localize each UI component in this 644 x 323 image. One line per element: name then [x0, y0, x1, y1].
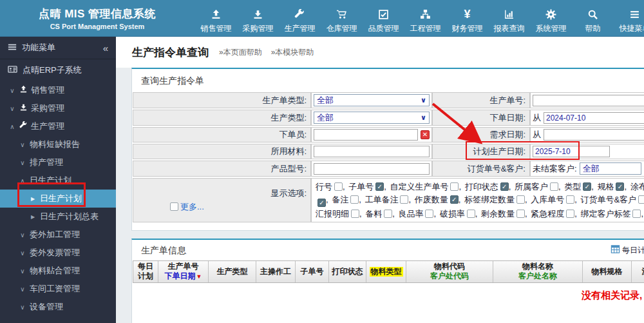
option-checkbox[interactable]: [516, 195, 525, 204]
option-checkbox[interactable]: ✓: [317, 199, 326, 207]
sidebar-item[interactable]: ∨采购管理: [0, 99, 116, 117]
sidebar-item[interactable]: ∨车间工资管理: [0, 280, 116, 298]
prod-type-select[interactable]: 全部 ∨: [314, 112, 430, 124]
order-no-input[interactable]: [533, 95, 644, 106]
query-form: 生产单类型: 全部 ∨ 生产单号: 生产类型: 全部 ∨: [133, 92, 644, 222]
plan-date-input[interactable]: [533, 146, 610, 157]
separator: ,: [392, 209, 397, 219]
sidebar-item[interactable]: ∨物料短缺报告: [0, 135, 116, 153]
topnav-item[interactable]: 工程管理: [405, 2, 446, 34]
sidebar-item[interactable]: ∧日生产计划: [0, 171, 116, 190]
display-option[interactable]: 紧急程度: [531, 208, 574, 220]
topbar: 点晴 MIS 管理信息系统 CS Port Managment System 销…: [0, 0, 644, 37]
option-checkbox[interactable]: [467, 210, 475, 218]
display-option[interactable]: 所属客户: [515, 181, 558, 193]
display-option[interactable]: 汇报明细: [316, 208, 359, 220]
sidebar-item[interactable]: ▶日生产计划总表: [0, 208, 116, 226]
option-checkbox[interactable]: ✓: [616, 182, 624, 191]
display-option[interactable]: 打印状态✓: [465, 181, 509, 193]
order-date-input[interactable]: [544, 112, 644, 124]
triangle-right-icon: ▶: [28, 196, 37, 202]
sidebar-item[interactable]: ∨物料贴合管理: [0, 262, 116, 280]
topnav-item[interactable]: 品质管理: [363, 2, 404, 34]
display-option[interactable]: 工单备注: [365, 193, 408, 206]
display-option[interactable]: 行号: [316, 181, 343, 193]
option-checkbox[interactable]: ✓: [500, 182, 509, 191]
column-header[interactable]: 生产单号下单日期▼: [158, 261, 209, 282]
page-help-link[interactable]: »本页面帮助: [219, 47, 262, 58]
topnav-item[interactable]: 帮助: [573, 2, 613, 34]
option-checkbox[interactable]: [566, 210, 574, 218]
display-option[interactable]: 绑定客户标签: [580, 208, 641, 220]
app-logo: 点晴 MIS 管理信息系统 CS Port Managment System: [0, 6, 193, 30]
option-checkbox[interactable]: ✓: [375, 182, 384, 191]
option-checkbox[interactable]: [350, 195, 359, 204]
option-checkbox[interactable]: [638, 195, 644, 204]
material-input[interactable]: [314, 146, 430, 157]
option-checkbox[interactable]: [550, 182, 558, 191]
option-checkbox[interactable]: [450, 182, 459, 191]
display-option[interactable]: 良品率: [398, 208, 433, 220]
topnav-item[interactable]: 快捷菜单: [614, 2, 644, 34]
display-option[interactable]: 备料: [365, 208, 392, 220]
separator: ,: [384, 182, 388, 191]
option-checkbox[interactable]: ✓: [450, 195, 459, 204]
option-checkbox[interactable]: [566, 195, 574, 204]
display-option[interactable]: 标签绑定数量: [464, 193, 525, 206]
topnav-item[interactable]: 销售管理: [196, 2, 236, 34]
topnav-item[interactable]: ¥财务管理: [447, 2, 488, 34]
topnav-item[interactable]: 生产管理: [279, 2, 320, 34]
display-option[interactable]: 订货单号&客户: [580, 193, 644, 206]
topnav-item[interactable]: 仓库管理: [321, 2, 362, 34]
sidebar-item[interactable]: ▶日生产计划: [0, 190, 116, 208]
sidebar-collapse-icon[interactable]: «: [103, 43, 108, 54]
more-checkbox[interactable]: [170, 202, 178, 211]
topnav-item[interactable]: 采购管理: [238, 2, 278, 34]
option-checkbox[interactable]: [400, 195, 408, 204]
display-option[interactable]: 破损率: [440, 208, 475, 220]
display-option[interactable]: 剩余数量: [481, 208, 525, 220]
option-checkbox[interactable]: [516, 210, 525, 218]
display-option[interactable]: 自定义生产单号: [390, 181, 459, 193]
sidebar-root-item[interactable]: 点晴ERP子系统: [0, 59, 116, 81]
option-label: 涂布规格: [630, 181, 644, 193]
display-option[interactable]: 类型✓: [564, 181, 591, 193]
order-type-select[interactable]: 全部 ∨: [314, 94, 430, 106]
sidebar-item[interactable]: ∨委外发票管理: [0, 244, 116, 262]
more-options-link[interactable]: 更多...: [180, 201, 204, 213]
option-checkbox[interactable]: ✓: [583, 182, 591, 191]
model-input[interactable]: [314, 163, 430, 175]
sidebar-item-label: 日生产计划: [30, 175, 71, 186]
sidebar-item[interactable]: ∧生产管理: [0, 117, 116, 135]
option-checkbox[interactable]: [632, 210, 641, 218]
order-date-label: 下单日期:: [432, 110, 530, 126]
option-checkbox[interactable]: [384, 210, 392, 218]
sort-column-title[interactable]: 下单日期▼: [165, 271, 202, 282]
sidebar-item[interactable]: ∨销售管理: [0, 81, 116, 99]
display-option[interactable]: 入库单号: [531, 193, 574, 206]
sidebar-item[interactable]: ∨设备管理: [0, 298, 116, 316]
display-option[interactable]: 备注: [332, 193, 359, 206]
demand-date-input[interactable]: [544, 129, 644, 141]
option-checkbox[interactable]: [334, 182, 343, 191]
options-line: 行号, 子单号✓, 自定义生产单号, 打印状态✓, 所属客户, 类型✓, 规格✓…: [316, 181, 644, 193]
option-checkbox[interactable]: [351, 210, 359, 218]
display-option[interactable]: 作废数量✓: [415, 193, 459, 206]
display-option[interactable]: 涂布规格✓: [630, 181, 644, 193]
display-option[interactable]: ✓: [316, 199, 326, 207]
clear-orderer-icon[interactable]: ✕: [421, 130, 430, 139]
order-type-value: 全部: [317, 95, 334, 106]
module-help-link[interactable]: »本模块帮助: [271, 47, 314, 58]
topnav-item[interactable]: 系统管理: [531, 2, 571, 34]
customer-select[interactable]: 全部: [580, 162, 641, 175]
option-checkbox[interactable]: [425, 210, 433, 218]
option-label: 绑定客户标签: [580, 208, 630, 220]
display-option[interactable]: 规格✓: [597, 181, 624, 193]
topnav-item[interactable]: 报表查询: [489, 2, 529, 34]
option-label: 规格: [597, 181, 614, 193]
orderer-input[interactable]: [314, 129, 418, 141]
sidebar-item[interactable]: ∨委外加工管理: [0, 226, 116, 244]
display-option[interactable]: 子单号✓: [348, 181, 384, 193]
daily-plan-toggle[interactable]: 每日计划 ✓: [611, 244, 644, 256]
sidebar-item[interactable]: ∨排产管理: [0, 153, 116, 171]
